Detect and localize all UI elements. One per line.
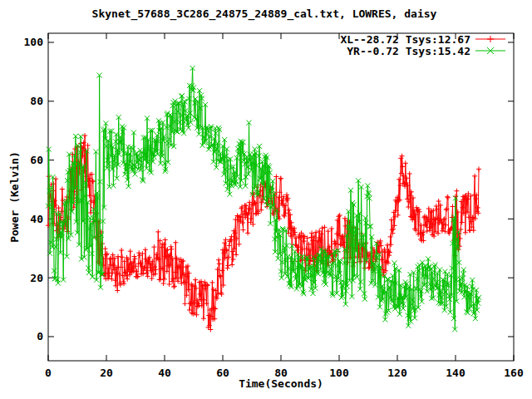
x-tick-label: 20	[100, 367, 113, 379]
power-vs-time-chart: Skynet_57688_3C286_24875_24889_cal.txt, …	[0, 0, 532, 399]
x-tick-label: 0	[45, 367, 52, 379]
x-tick-label: 40	[158, 367, 171, 379]
x-axis-label: Time(Seconds)	[239, 377, 323, 390]
legend-label: YR--0.72 Tsys:15.42	[347, 45, 470, 57]
y-tick-label: 20	[30, 272, 43, 284]
x-tick-label: 100	[329, 367, 349, 379]
gnuplot-window: Skynet_57688_3C286_24875_24889_cal.txt, …	[0, 0, 532, 399]
y-tick-label: 40	[30, 213, 43, 225]
y-tick-label: 60	[30, 154, 43, 166]
chart-title: Skynet_57688_3C286_24875_24889_cal.txt, …	[92, 7, 437, 21]
legend-plus-marker-icon	[487, 36, 494, 42]
y-tick-label: 80	[30, 95, 43, 107]
y-tick-label: 0	[37, 330, 43, 342]
x-tick-label: 60	[216, 367, 229, 379]
y-tick-label: 100	[24, 36, 44, 48]
x-tick-label: 140	[446, 367, 466, 379]
y-axis-label: Power (Kelvin)	[8, 151, 21, 243]
x-tick-label: 120	[387, 367, 407, 379]
x-tick-label: 160	[504, 367, 524, 379]
legend-label: XL--28.72 Tsys:12.67	[340, 33, 470, 46]
